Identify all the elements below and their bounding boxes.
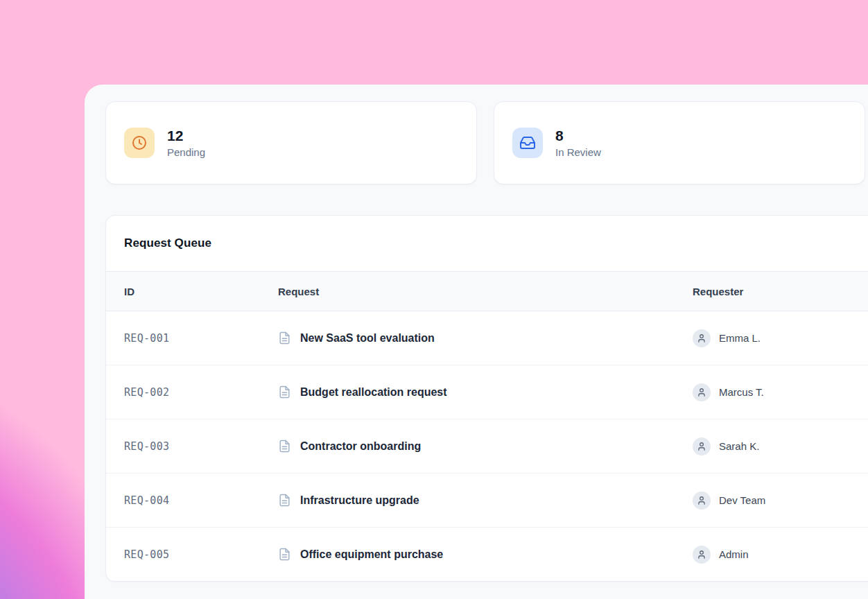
stat-value-in-review: 8 (555, 128, 601, 144)
person-icon (697, 442, 706, 451)
file-text-icon (278, 385, 291, 399)
file-text-icon (278, 548, 291, 561)
stat-value-pending: 12 (167, 128, 205, 144)
requester-cell: Emma L. (693, 329, 868, 347)
clock-icon (124, 128, 155, 158)
person-icon (697, 388, 706, 397)
avatar (693, 329, 711, 347)
stat-label-pending: Pending (167, 146, 205, 158)
request-cell: Office equipment purchase (278, 548, 693, 561)
requester-name: Dev Team (719, 494, 765, 506)
request-id: REQ-003 (124, 440, 278, 453)
requester-name: Emma L. (719, 332, 761, 344)
avatar (693, 437, 711, 455)
inbox-icon (512, 128, 543, 158)
table-row[interactable]: REQ-003 Contractor onboarding (106, 419, 868, 473)
table-header-row: ID Request Requester (106, 271, 868, 311)
column-header-request: Request (278, 286, 693, 297)
requester-name: Sarah K. (719, 440, 759, 452)
requester-cell: Sarah K. (693, 437, 868, 455)
queue-title: Request Queue (124, 236, 211, 250)
file-text-icon (278, 494, 291, 507)
person-icon (697, 496, 706, 505)
request-cell: Budget reallocation request (278, 385, 693, 399)
person-icon (697, 550, 706, 559)
stat-label-in-review: In Review (555, 146, 601, 158)
avatar (693, 492, 711, 510)
request-id: REQ-002 (124, 386, 278, 399)
file-text-icon (278, 331, 291, 345)
request-id: REQ-005 (124, 548, 278, 561)
column-header-requester: Requester (693, 286, 868, 297)
request-title: Office equipment purchase (300, 548, 443, 561)
request-cell: Infrastructure upgrade (278, 494, 693, 507)
request-queue-card: Request Queue ID Request Requester REQ-0… (105, 215, 868, 582)
avatar (693, 383, 711, 401)
requester-cell: Marcus T. (693, 383, 868, 401)
file-text-icon (278, 440, 291, 453)
request-title: Infrastructure upgrade (300, 494, 419, 507)
person-icon (697, 333, 706, 343)
table-body: REQ-001 New SaaS tool evaluation (106, 311, 868, 581)
stat-text-in-review: 8 In Review (555, 128, 601, 158)
queue-title-bar: Request Queue (106, 216, 868, 271)
main-panel: 12 Pending 8 In Review Request Queue ID (85, 85, 868, 599)
app-background: { "colors": { "background_pink": "#ffbad… (0, 0, 868, 599)
request-title: Budget reallocation request (300, 386, 447, 399)
request-title: Contractor onboarding (300, 440, 421, 453)
request-cell: New SaaS tool evaluation (278, 331, 693, 345)
table-row[interactable]: REQ-001 New SaaS tool evaluation (106, 311, 868, 365)
table-row[interactable]: REQ-002 Budget reallocation request (106, 365, 868, 419)
column-header-id: ID (124, 286, 278, 297)
avatar (693, 546, 711, 564)
request-id: REQ-004 (124, 494, 278, 507)
table-row[interactable]: REQ-004 Infrastructure upgrade (106, 473, 868, 527)
table-row[interactable]: REQ-005 Office equipment purchase (106, 527, 868, 581)
request-cell: Contractor onboarding (278, 440, 693, 453)
stat-card-pending: 12 Pending (105, 101, 477, 184)
requester-cell: Admin (693, 546, 868, 564)
requester-name: Marcus T. (719, 386, 764, 398)
stat-card-in-review: 8 In Review (494, 101, 865, 184)
requester-name: Admin (719, 548, 749, 560)
requester-cell: Dev Team (693, 492, 868, 510)
request-id: REQ-001 (124, 332, 278, 345)
stats-row: 12 Pending 8 In Review (105, 101, 865, 184)
stat-text-pending: 12 Pending (167, 128, 205, 158)
request-title: New SaaS tool evaluation (300, 332, 435, 345)
